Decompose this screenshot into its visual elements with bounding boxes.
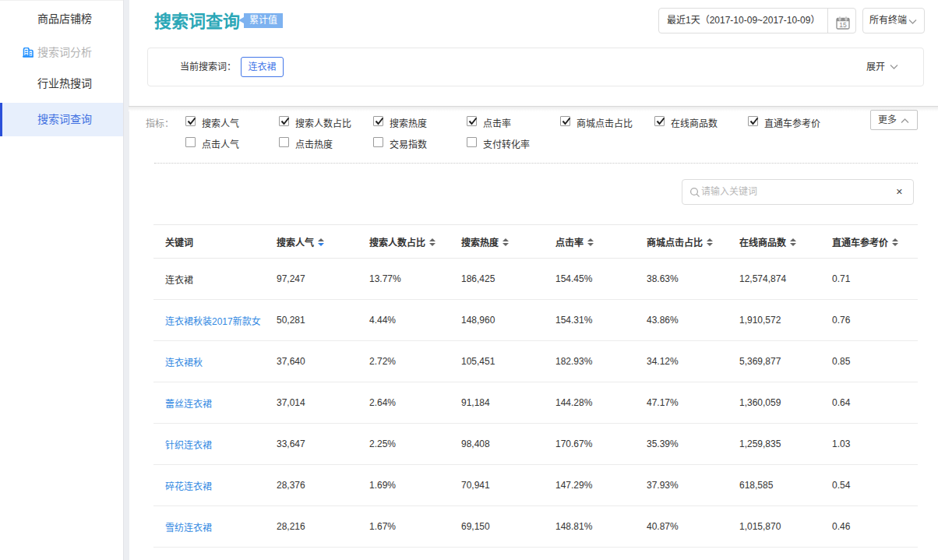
svg-text:15: 15 xyxy=(839,21,847,29)
